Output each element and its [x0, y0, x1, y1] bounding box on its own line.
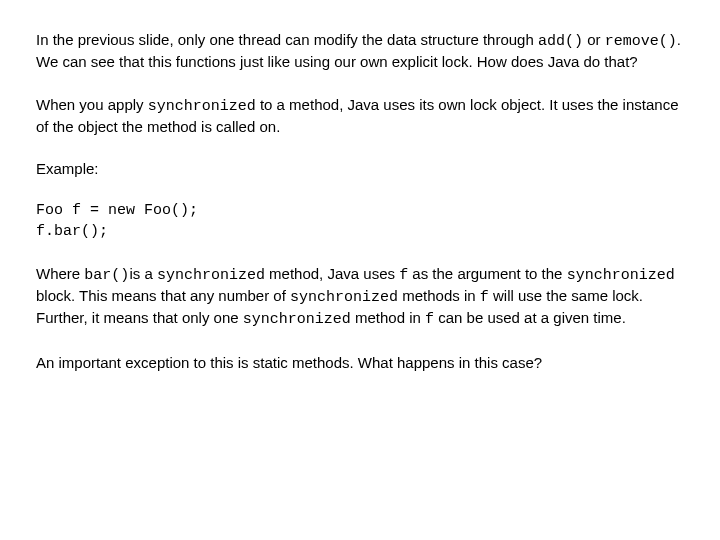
text: is a [129, 265, 157, 282]
code-inline: synchronized [148, 98, 256, 115]
text: method, Java uses [265, 265, 399, 282]
code-line: Foo f = new Foo(); [36, 201, 682, 221]
code-inline: synchronized [290, 289, 398, 306]
code-inline: add() [538, 33, 583, 50]
text: Where [36, 265, 84, 282]
code-inline: remove() [605, 33, 677, 50]
code-block: Foo f = new Foo(); f.bar(); [36, 201, 682, 242]
code-inline: f [399, 267, 408, 284]
code-line: f.bar(); [36, 222, 682, 242]
code-inline: bar() [84, 267, 129, 284]
text: In the previous slide, only one thread c… [36, 31, 538, 48]
code-inline: f [480, 289, 489, 306]
code-inline: f [425, 311, 434, 328]
text: methods in [398, 287, 480, 304]
text: method in [351, 309, 425, 326]
text: as the argument to the [408, 265, 566, 282]
text: can be used at a given time. [434, 309, 626, 326]
example-label: Example: [36, 159, 682, 179]
text: or [583, 31, 605, 48]
paragraph-4: An important exception to this is static… [36, 353, 682, 373]
code-inline: synchronized [567, 267, 675, 284]
paragraph-2: When you apply synchronized to a method,… [36, 95, 682, 138]
code-inline: synchronized [157, 267, 265, 284]
text: When you apply [36, 96, 148, 113]
text: block. This means that any number of [36, 287, 290, 304]
paragraph-1: In the previous slide, only one thread c… [36, 30, 682, 73]
paragraph-3: Where bar()is a synchronized method, Jav… [36, 264, 682, 331]
code-inline: synchronized [243, 311, 351, 328]
